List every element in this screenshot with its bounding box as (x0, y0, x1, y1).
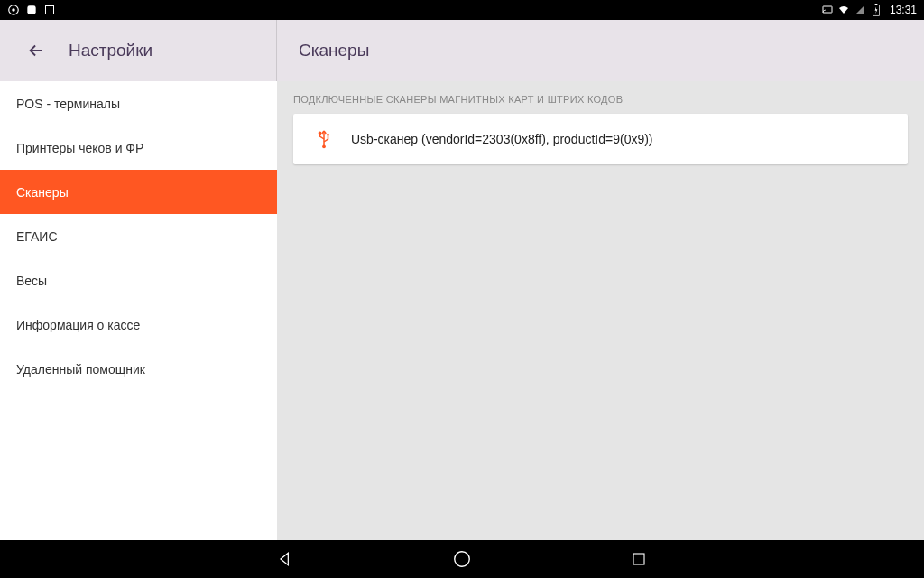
svg-point-7 (319, 132, 320, 134)
svg-point-10 (455, 552, 470, 567)
sidebar-item-printers[interactable]: Принтеры чеков и ФР (0, 126, 277, 170)
nav-back-button[interactable] (273, 547, 297, 571)
search-icon (7, 4, 20, 16)
svg-point-1 (12, 8, 15, 12)
nav-recent-button[interactable] (627, 547, 651, 571)
sidebar-item-remote[interactable]: Удаленный помощник (0, 347, 277, 391)
app-icon-2 (43, 4, 56, 16)
page-title-left: Настройки (69, 41, 152, 61)
svg-rect-6 (875, 4, 878, 5)
wifi-icon (837, 4, 850, 16)
content-area: ПОДКЛЮЧЕННЫЕ СКАНЕРЫ МАГНИТНЫХ КАРТ И ШТ… (277, 81, 924, 540)
page-title-right: Сканеры (299, 41, 369, 61)
svg-rect-8 (327, 134, 328, 135)
usb-icon (310, 128, 338, 150)
svg-rect-3 (46, 6, 54, 14)
header-bar: Настройки Сканеры (0, 20, 924, 81)
status-left (7, 4, 56, 16)
battery-icon (870, 4, 882, 16)
sidebar-item-label: POS - терминалы (16, 97, 120, 111)
sidebar-item-label: Информация о кассе (16, 318, 140, 332)
nav-home-button[interactable] (450, 547, 474, 571)
status-time: 13:31 (890, 4, 917, 16)
app-icon (25, 4, 38, 16)
sidebar-item-label: Весы (16, 274, 47, 288)
sidebar-item-scanners[interactable]: Сканеры (0, 170, 277, 214)
sidebar-item-label: Сканеры (16, 185, 69, 200)
svg-point-9 (322, 144, 326, 148)
sidebar-item-label: Принтеры чеков и ФР (16, 141, 143, 155)
status-right: 13:31 (821, 4, 917, 16)
sidebar-item-label: Удаленный помощник (16, 362, 145, 377)
svg-rect-11 (633, 554, 644, 564)
header-left: Настройки (0, 20, 277, 81)
signal-icon (854, 4, 866, 16)
cast-icon (821, 4, 834, 16)
sidebar: POS - терминалы Принтеры чеков и ФР Скан… (0, 81, 277, 540)
nav-bar (0, 540, 924, 578)
sidebar-item-pos[interactable]: POS - терминалы (0, 81, 277, 126)
svg-rect-2 (27, 5, 35, 14)
status-bar: 13:31 (0, 0, 924, 20)
section-label: ПОДКЛЮЧЕННЫЕ СКАНЕРЫ МАГНИТНЫХ КАРТ И ШТ… (293, 94, 908, 105)
sidebar-item-info[interactable]: Информация о кассе (0, 303, 277, 347)
sidebar-item-scales[interactable]: Весы (0, 258, 277, 303)
svg-rect-4 (823, 6, 832, 13)
back-button[interactable] (18, 33, 54, 69)
device-label: Usb-сканер (vendorId=2303(0x8ff), produc… (351, 132, 653, 146)
device-card[interactable]: Usb-сканер (vendorId=2303(0x8ff), produc… (293, 114, 908, 164)
sidebar-item-label: ЕГАИС (16, 229, 58, 244)
sidebar-item-egais[interactable]: ЕГАИС (0, 214, 277, 258)
header-right: Сканеры (277, 41, 924, 61)
